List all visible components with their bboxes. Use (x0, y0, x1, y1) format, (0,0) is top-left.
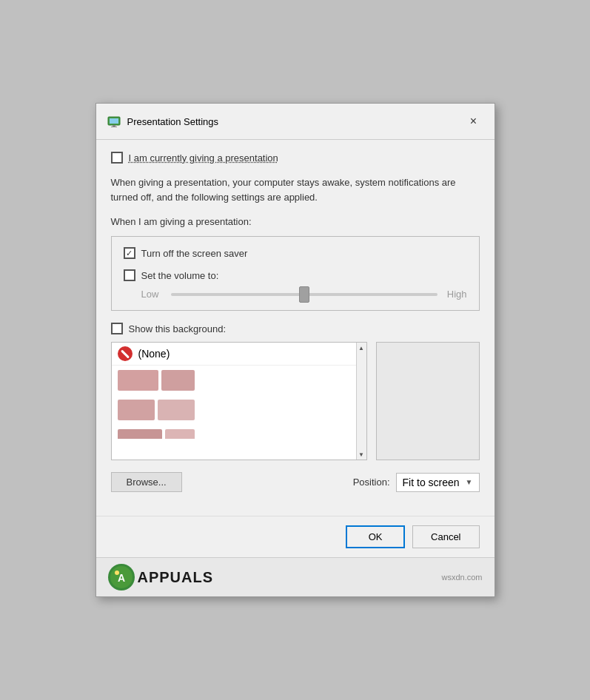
main-checkbox-row: I am currently giving a presentation (111, 152, 480, 164)
volume-low-label: Low (141, 289, 162, 300)
dialog-icon (107, 114, 121, 129)
dialog-content: I am currently giving a presentation Whe… (96, 140, 495, 516)
volume-slider-track[interactable] (171, 293, 438, 296)
title-bar: Presentation Settings × (96, 104, 495, 140)
none-icon (118, 346, 133, 361)
background-picker-row: (None) (111, 342, 480, 460)
browse-position-row: Browse... Position: Fit to screen ▼ (111, 472, 480, 492)
scrollbar-up-button[interactable]: ▲ (356, 343, 366, 353)
when-label: When I am giving a presentation: (111, 216, 480, 227)
description-text: When giving a presentation, your compute… (111, 175, 480, 204)
position-row: Position: Fit to screen ▼ (353, 473, 480, 492)
logo-text: APPUALS (138, 569, 214, 586)
list-item[interactable]: (None) (112, 343, 366, 366)
background-checkbox[interactable] (111, 323, 123, 334)
background-checkbox-row: Show this background: (111, 323, 480, 334)
browse-button[interactable]: Browse... (111, 472, 182, 492)
volume-checkbox-row: Set the volume to: (124, 269, 467, 281)
main-checkbox-label: I am currently giving a presentation (129, 152, 278, 164)
position-dropdown[interactable]: Fit to screen ▼ (396, 473, 480, 492)
none-label: (None) (138, 348, 170, 360)
position-label: Position: (353, 477, 390, 488)
list-item[interactable] (112, 425, 366, 439)
scrollbar[interactable]: ▲ ▼ (356, 343, 366, 460)
screen-saver-row: Turn off the screen saver (124, 247, 467, 259)
main-checkbox[interactable] (111, 152, 123, 164)
screen-saver-label: Turn off the screen saver (141, 248, 248, 259)
title-bar-left: Presentation Settings (107, 114, 219, 129)
list-item[interactable] (112, 395, 366, 425)
background-label: Show this background: (129, 323, 227, 334)
presentation-settings-dialog: Presentation Settings × I am currently g… (95, 103, 495, 597)
background-preview (376, 342, 480, 460)
background-list-content: (None) (112, 343, 366, 439)
appuals-logo: A APPUALS (108, 564, 214, 590)
svg-rect-3 (111, 127, 117, 127)
close-button[interactable]: × (463, 111, 484, 132)
volume-high-label: High (446, 289, 467, 300)
position-value: Fit to screen (403, 477, 460, 488)
volume-slider-container: Low High (124, 289, 467, 300)
dropdown-arrow-icon: ▼ (466, 478, 473, 486)
volume-checkbox[interactable] (124, 269, 135, 281)
dialog-title: Presentation Settings (127, 116, 219, 127)
logo-icon: A (108, 564, 135, 590)
volume-row: Set the volume to: Low High (124, 269, 467, 300)
svg-rect-2 (113, 125, 115, 127)
dialog-buttons: OK Cancel (96, 516, 495, 557)
settings-box: Turn off the screen saver Set the volume… (111, 236, 480, 311)
cancel-button[interactable]: Cancel (412, 525, 479, 548)
site-watermark: wsxdn.com (441, 573, 482, 582)
volume-slider-thumb[interactable] (299, 286, 309, 303)
background-list[interactable]: (None) (111, 342, 367, 460)
list-item[interactable] (112, 366, 366, 395)
watermark-bar: A APPUALS wsxdn.com (96, 557, 495, 596)
screen-saver-checkbox[interactable] (124, 247, 135, 259)
scrollbar-down-button[interactable]: ▼ (356, 449, 366, 460)
background-section: Show this background: (None) (111, 323, 480, 460)
volume-label: Set the volume to: (141, 270, 219, 281)
ok-button[interactable]: OK (346, 525, 405, 548)
svg-rect-1 (110, 118, 118, 124)
